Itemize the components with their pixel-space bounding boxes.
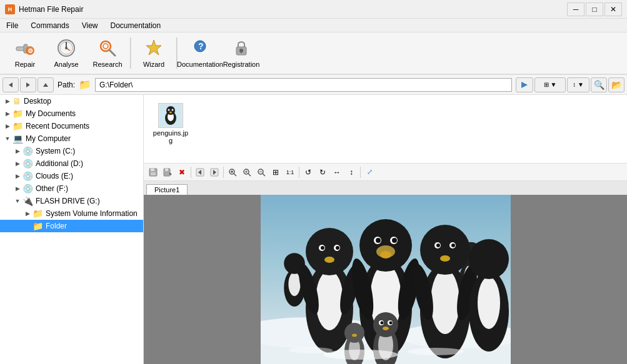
viewer-rotate-right-button[interactable]: ↻	[316, 165, 329, 179]
toolbar-repair-button[interactable]: ⚙ Repair	[5, 35, 45, 71]
expander-my-documents[interactable]: ▶	[3, 109, 13, 119]
tree-label-additional-d: Additional (D:)	[36, 159, 83, 168]
folder-icon: 🖥	[13, 96, 21, 106]
repair-icon: ⚙	[15, 38, 35, 58]
wizard-icon	[144, 38, 164, 58]
viewer-save-as-button[interactable]	[161, 165, 174, 179]
close-button[interactable]: ✕	[604, 2, 622, 16]
svg-point-107	[323, 350, 398, 360]
viewer-rotate-left-button[interactable]: ↺	[301, 165, 315, 179]
hdd-icon-c: 💿	[23, 146, 33, 156]
tree-item-clouds-e[interactable]: ▶ 💿 Clouds (E:)	[0, 170, 143, 182]
file-list: penguins.jpg	[144, 95, 627, 164]
expander-system-c[interactable]: ▶	[13, 146, 23, 156]
expander-clouds-e[interactable]: ▶	[13, 171, 23, 181]
tab-picture1-label: Picture1	[154, 186, 179, 194]
path-input[interactable]	[95, 78, 512, 92]
expander-my-computer[interactable]: ▼	[3, 134, 13, 144]
research-label: Research	[93, 61, 122, 68]
minimize-button[interactable]: ─	[567, 2, 584, 16]
folder-icon-selected: 📁	[33, 221, 43, 231]
viewer-save-button[interactable]	[146, 165, 160, 179]
tree-label-other-f: Other (F:)	[36, 184, 68, 193]
bookmark-button[interactable]: 📂	[608, 77, 624, 92]
svg-marker-19	[26, 82, 30, 87]
viewer-toolbar: ✖ ⊞ 1:1 ↺ ↻ ↔ ↕	[144, 164, 627, 181]
expander-additional-d[interactable]: ▶	[13, 159, 23, 169]
file-tree: ▶ 🖥 Desktop ▶ 📁 My Documents ▶ 📁 Recent …	[0, 95, 144, 364]
svg-point-85	[440, 255, 450, 262]
svg-point-98	[383, 327, 389, 330]
viewer-delete-button[interactable]: ✖	[175, 165, 189, 179]
menu-bar: File Commands View Documentation	[0, 19, 627, 32]
maximize-button[interactable]: □	[586, 2, 603, 16]
file-thumbnail-penguins	[158, 103, 183, 128]
tree-label-folder: Folder	[46, 222, 67, 230]
documentation-icon: ?	[190, 38, 210, 58]
expander-flash-drive-g[interactable]: ▼	[13, 196, 23, 206]
research-icon	[98, 38, 118, 58]
expander-desktop[interactable]: ▶	[3, 96, 13, 106]
menu-view[interactable]: View	[76, 20, 104, 31]
viewer-zoom-out-button[interactable]	[254, 165, 268, 179]
wizard-label: Wizard	[143, 61, 164, 68]
toolbar-registration-button[interactable]: Registration	[221, 35, 261, 71]
up-button[interactable]	[38, 77, 54, 92]
expander-other-f[interactable]: ▶	[13, 184, 23, 194]
forward-button[interactable]	[20, 77, 36, 92]
tree-label-recent-documents: Recent Documents	[26, 122, 89, 130]
toolbar-wizard-button[interactable]: Wizard	[134, 35, 174, 71]
svg-point-75	[380, 251, 391, 258]
title-controls: ─ □ ✕	[567, 2, 622, 16]
tree-item-folder[interactable]: 📁 Folder	[0, 220, 143, 232]
toolbar-analyse-button[interactable]: Analyse	[46, 35, 86, 71]
svg-point-94	[469, 239, 509, 279]
tree-item-additional-d[interactable]: ▶ 💿 Additional (D:)	[0, 157, 143, 170]
viewer-zoom-area-button[interactable]	[226, 165, 239, 179]
tree-item-flash-drive-g[interactable]: ▼ 🔌 FLASH DRIVE (G:)	[0, 195, 143, 207]
path-label: Path:	[58, 81, 75, 89]
viewer-next-image-button[interactable]	[208, 165, 221, 179]
expander-system-volume[interactable]: ▶	[23, 209, 33, 219]
path-go-button[interactable]	[516, 77, 533, 92]
svg-line-44	[248, 174, 251, 176]
view-mode-button[interactable]: ⊞ ▼	[534, 77, 566, 92]
tree-item-my-documents[interactable]: ▶ 📁 My Documents	[0, 107, 143, 120]
viewer-actual-size-button[interactable]: 1:1	[283, 165, 297, 179]
expander-recent-documents[interactable]: ▶	[3, 121, 13, 131]
tree-item-system-c[interactable]: ▶ 💿 System (C:)	[0, 145, 143, 157]
toolbar-documentation-button[interactable]: ? Documentation	[180, 35, 220, 71]
svg-point-108	[408, 348, 464, 355]
tree-item-desktop[interactable]: ▶ 🖥 Desktop	[0, 95, 143, 107]
expander-folder	[23, 221, 33, 231]
viewer-separator-1	[191, 167, 191, 178]
viewer-flip-v-button[interactable]: ↕	[344, 165, 358, 179]
path-folder-icon: 📁	[79, 79, 91, 91]
file-item-penguins[interactable]: penguins.jpg	[149, 100, 193, 147]
search-button[interactable]: 🔍	[591, 77, 607, 92]
sort-button[interactable]: ↕ ▼	[567, 77, 589, 92]
back-button[interactable]	[3, 77, 19, 92]
tree-label-clouds-e: Clouds (E:)	[36, 172, 73, 180]
viewer-zoom-in-button[interactable]	[240, 165, 254, 179]
right-panel: penguins.jpg ✖	[144, 95, 627, 364]
viewer-flip-h-button[interactable]: ↔	[330, 165, 344, 179]
tree-label-desktop: Desktop	[24, 97, 51, 106]
svg-rect-31	[151, 172, 156, 175]
viewer-fit-button[interactable]: ⊞	[269, 165, 283, 179]
toolbar-research-button[interactable]: Research	[88, 35, 128, 71]
tree-item-other-f[interactable]: ▶ 💿 Other (F:)	[0, 182, 143, 195]
nav-bar: Path: 📁 ⊞ ▼ ↕ ▼ 🔍 📂	[0, 75, 627, 95]
tab-picture1[interactable]: Picture1	[146, 184, 188, 195]
menu-documentation[interactable]: Documentation	[104, 20, 168, 31]
computer-icon: 💻	[13, 134, 23, 144]
menu-commands[interactable]: Commands	[24, 20, 75, 31]
tree-item-system-volume[interactable]: ▶ 📁 System Volume Information	[0, 207, 143, 220]
tree-item-recent-documents[interactable]: ▶ 📁 Recent Documents	[0, 120, 143, 132]
tree-item-my-computer[interactable]: ▼ 💻 My Computer	[0, 132, 143, 145]
file-name-penguins: penguins.jpg	[152, 129, 189, 144]
viewer-info-button[interactable]: ⤢	[363, 165, 376, 179]
menu-file[interactable]: File	[0, 20, 24, 31]
viewer-prev-image-button[interactable]	[193, 165, 207, 179]
documentation-label: Documentation	[177, 61, 223, 68]
